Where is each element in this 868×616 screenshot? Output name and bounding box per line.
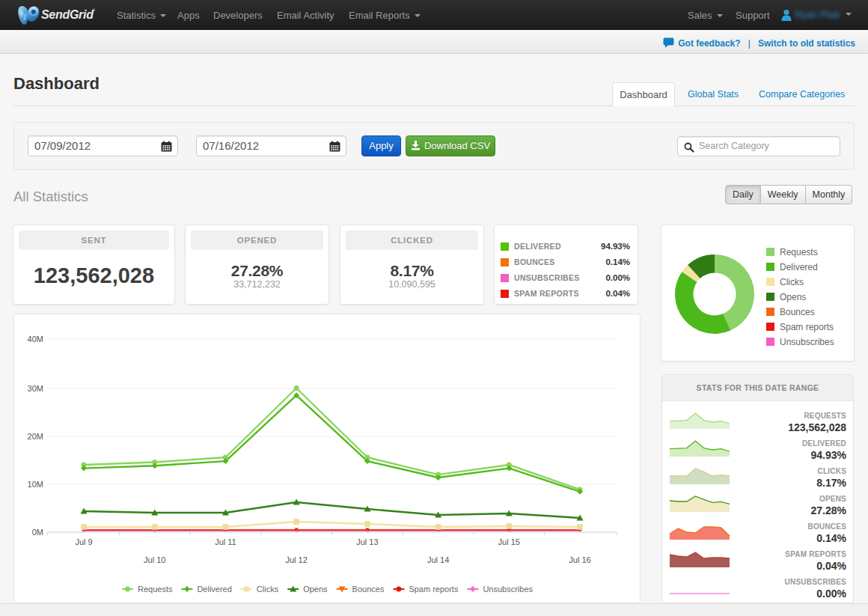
svg-text:10M: 10M xyxy=(28,480,43,489)
svg-text:Jul 14: Jul 14 xyxy=(427,555,449,564)
svg-text:Clicks: Clicks xyxy=(257,585,279,594)
svg-text:Opens: Opens xyxy=(303,585,328,594)
svg-text:Unsubscribes: Unsubscribes xyxy=(483,585,533,594)
svg-text:0M: 0M xyxy=(32,528,43,537)
svg-text:Jul 9: Jul 9 xyxy=(75,537,92,546)
svg-text:Jul 13: Jul 13 xyxy=(356,537,378,546)
svg-text:20M: 20M xyxy=(28,432,43,441)
svg-text:Jul 16: Jul 16 xyxy=(569,555,590,564)
svg-text:Delivered: Delivered xyxy=(197,585,231,594)
svg-text:Jul 10: Jul 10 xyxy=(144,555,165,564)
svg-text:Jul 15: Jul 15 xyxy=(498,537,520,546)
svg-text:40M: 40M xyxy=(28,335,43,344)
svg-text:Spam reports: Spam reports xyxy=(409,585,459,594)
svg-text:Bounces: Bounces xyxy=(352,585,385,594)
svg-text:Requests: Requests xyxy=(138,585,173,594)
svg-text:Jul 12: Jul 12 xyxy=(285,555,307,564)
svg-text:Jul 11: Jul 11 xyxy=(215,537,236,546)
svg-text:30M: 30M xyxy=(28,384,43,393)
